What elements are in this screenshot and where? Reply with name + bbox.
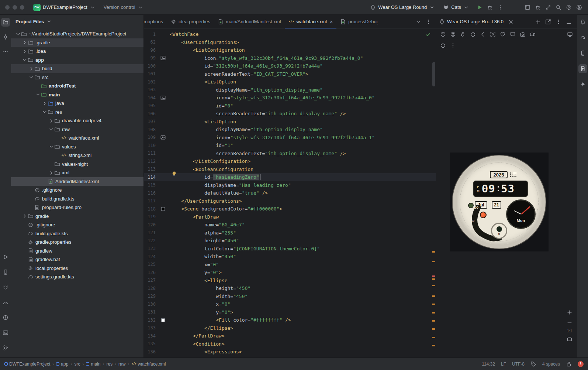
line-number[interactable]: 101 xyxy=(144,71,159,76)
line-number[interactable]: 123 xyxy=(144,246,159,251)
tab-processDebug[interactable]: processDebug xyxy=(336,15,378,28)
code-line-131[interactable]: 131 y="0"> xyxy=(144,308,436,316)
tree-item-values-night[interactable]: values-night xyxy=(11,160,143,169)
zoom-fit-button[interactable] xyxy=(565,335,574,343)
code-line-62[interactable]: 62 <UserConfigurations> xyxy=(144,38,436,47)
tree-item-local.properties[interactable]: local.properties xyxy=(11,264,143,273)
line-number[interactable]: 121 xyxy=(144,230,159,235)
line-number[interactable]: 130 xyxy=(144,302,159,307)
device-manager-tool-button[interactable] xyxy=(578,49,587,58)
display-mode-button[interactable] xyxy=(565,30,575,39)
image-icon[interactable] xyxy=(160,55,166,61)
search-everywhere-button[interactable] xyxy=(553,3,564,12)
code-line-103[interactable]: 103 displayName="ith_option_display_name… xyxy=(144,86,436,94)
line-number[interactable]: 124 xyxy=(144,254,159,259)
error-stripe-mark[interactable] xyxy=(432,275,435,277)
tree-item-.gradle[interactable]: .gradle xyxy=(11,38,143,47)
logcat-tool-button[interactable] xyxy=(1,283,10,292)
code-line-130[interactable]: 130 x="0" xyxy=(144,300,436,308)
wear-button1[interactable] xyxy=(438,30,448,39)
profiler-tool-button[interactable] xyxy=(1,298,10,307)
code-line-129[interactable]: 129 width="450" xyxy=(144,292,436,301)
warning-stripe-mark[interactable] xyxy=(432,304,435,305)
code-line-120[interactable]: 120 name="BG_40c7" xyxy=(144,221,436,229)
code-line-117[interactable]: 117 </UserConfigurations> xyxy=(144,197,436,205)
tab-watchface.xml[interactable]: </>watchface.xml× xyxy=(285,15,337,28)
code-line-112[interactable]: 112 </ListConfiguration> xyxy=(144,157,436,165)
code-line-121[interactable]: 121 alpha="255" xyxy=(144,229,436,237)
minimize-window-button[interactable] xyxy=(13,5,17,10)
code-line-96[interactable]: 96 <ListConfiguration xyxy=(144,46,436,54)
run-configuration-selector[interactable]: Cats xyxy=(440,3,472,12)
account-avatar[interactable] xyxy=(574,3,584,12)
tree-item-settings.gradle.kts[interactable]: settings.gradle.kts xyxy=(11,273,143,281)
code-line-104[interactable]: 104 icon="style_wfs_312c30bf_f64a_461e_9… xyxy=(144,94,436,102)
code-line-134[interactable]: 134 </PartDraw> xyxy=(144,332,436,340)
screenshot-button[interactable] xyxy=(488,30,498,39)
gemini-tool-button[interactable] xyxy=(578,80,587,89)
tab-idea.properties[interactable]: idea.properties xyxy=(167,15,214,28)
warning-stripe-mark[interactable] xyxy=(432,251,435,253)
editor-scrollbar[interactable] xyxy=(432,62,435,86)
line-number[interactable]: 62 xyxy=(144,40,159,45)
code-line-108[interactable]: 108 displayName="ith_option_display_name… xyxy=(144,126,436,134)
color-swatch-black[interactable] xyxy=(161,207,165,211)
code-line-115[interactable]: 115 displayName="Has leading zero" xyxy=(144,181,436,189)
line-number[interactable]: 111 xyxy=(144,151,159,156)
device-tab-title[interactable]: Wear OS Large Ro...l 36.0 xyxy=(447,19,504,24)
line-number[interactable]: 132 xyxy=(144,318,159,323)
zoom-ratio[interactable]: 1:1 xyxy=(567,329,572,333)
hide-panel-button[interactable] xyxy=(564,17,574,27)
code-line-99[interactable]: 99 icon="style_wfs_312c30bf_f64a_461e_9c… xyxy=(144,54,436,62)
breadcrumb-item[interactable]: src xyxy=(74,362,80,367)
tree-item-gradlew[interactable]: gradlew xyxy=(11,247,143,256)
line-number[interactable]: 129 xyxy=(144,294,159,299)
tree-item-xml[interactable]: xml xyxy=(11,168,143,177)
panel-options-button[interactable] xyxy=(553,17,564,27)
code-line-118[interactable]: 118 <Scene backgroundColor="#ff000000"> xyxy=(144,205,436,213)
emulator-display[interactable]: 2025 PM 09 53 Jul 21 xyxy=(450,153,549,251)
add-device-tab-button[interactable] xyxy=(533,17,543,27)
line-number[interactable]: 125 xyxy=(144,262,159,267)
zoom-window-button[interactable] xyxy=(20,5,24,10)
running-devices-tool-button[interactable] xyxy=(578,64,587,73)
health-services-button[interactable] xyxy=(498,30,508,39)
line-number[interactable]: 133 xyxy=(144,325,159,330)
reset-button[interactable] xyxy=(438,41,448,50)
code-line-135[interactable]: 135 <Condition> xyxy=(144,340,436,348)
version-control-widget[interactable]: Version control xyxy=(101,3,146,12)
tree-item-proguard-rules.pro[interactable]: proguard-rules.pro xyxy=(11,203,143,212)
code-line-124[interactable]: 124 width="450" xyxy=(144,253,436,261)
device-manager-tool-button[interactable] xyxy=(1,268,10,277)
line-number[interactable]: 113 xyxy=(144,167,159,172)
notifications-tool-button[interactable] xyxy=(578,18,587,27)
palm-gesture-button[interactable] xyxy=(458,30,468,39)
tree-item-res[interactable]: res xyxy=(11,108,143,117)
line-number[interactable]: 136 xyxy=(144,349,159,354)
line-number[interactable]: 108 xyxy=(144,127,159,132)
line-number[interactable]: 105 xyxy=(144,103,159,108)
code-line-101[interactable]: 101 screenReaderText="ID_CAT_STEP_OVER"> xyxy=(144,70,436,78)
app-insights-button[interactable] xyxy=(533,3,543,12)
breadcrumb-item[interactable]: </>watchface.xml xyxy=(131,362,166,367)
profile-debug-button[interactable] xyxy=(485,3,495,12)
code-line-122[interactable]: 122 height="450" xyxy=(144,237,436,245)
tab-options-button[interactable] xyxy=(423,17,434,27)
warning-stripe-mark[interactable] xyxy=(432,312,435,314)
close-device-tab-button[interactable] xyxy=(506,17,516,27)
code-line-109[interactable]: 109 icon="style_wfs_312c30bf_f64a_461e_9… xyxy=(144,134,436,142)
code-line-1[interactable]: 1<WatchFace xyxy=(144,30,436,38)
line-number[interactable]: 117 xyxy=(144,198,159,203)
breadcrumb-item[interactable]: main xyxy=(86,362,100,367)
tree-item-gradle[interactable]: gradle xyxy=(11,212,143,221)
caret-position-widget[interactable]: 114:32 xyxy=(482,362,495,367)
warning-stripe-mark[interactable] xyxy=(432,328,435,330)
wear-button2[interactable] xyxy=(448,30,458,39)
emulator-options-button[interactable] xyxy=(448,41,458,50)
line-number[interactable]: 120 xyxy=(144,222,159,227)
code-line-107[interactable]: 107 <ListOption xyxy=(144,118,436,126)
code-line-110[interactable]: 110 id="1" xyxy=(144,141,436,150)
more-tool-windows-button[interactable] xyxy=(1,47,10,56)
tree-item-java[interactable]: java xyxy=(11,99,143,108)
intention-bulb-icon[interactable] xyxy=(171,171,177,178)
